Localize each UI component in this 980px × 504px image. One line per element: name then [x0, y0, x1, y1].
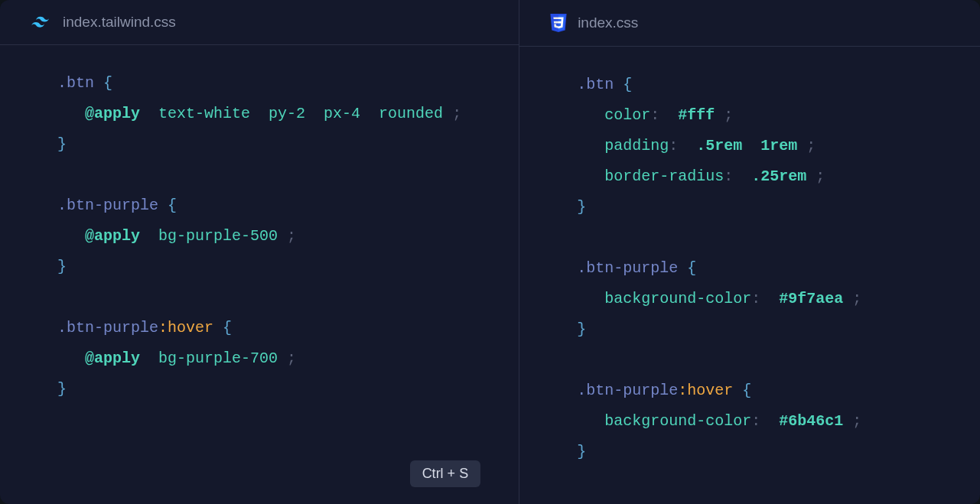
semicolon: ; [806, 137, 816, 154]
selector: .btn-purple [577, 259, 678, 277]
value: .5rem 1rem [696, 137, 797, 154]
semicolon: ; [287, 350, 296, 367]
editor-split-view: index.tailwind.css .btn { @apply text-wh… [0, 0, 980, 504]
apply-directive: @apply [85, 350, 140, 367]
code-left[interactable]: .btn { @apply text-white py-2 px-4 round… [0, 45, 519, 428]
value: #9f7aea [779, 290, 843, 307]
value: #6b46c1 [779, 412, 843, 430]
util-list: bg-purple-700 [158, 350, 278, 367]
brace-open: { [168, 197, 177, 214]
property: padding [604, 137, 669, 154]
tab-bar-left[interactable]: index.tailwind.css [0, 0, 519, 45]
brace-open: { [223, 319, 232, 337]
brace-close: } [57, 380, 67, 398]
save-shortcut-badge: Ctrl + S [410, 460, 481, 487]
brace-close: } [577, 443, 586, 460]
util-list: text-white py-2 px-4 rounded [158, 105, 443, 122]
selector: .btn [577, 76, 614, 93]
brace-close: } [57, 258, 67, 275]
selector: .btn-purple [57, 319, 158, 337]
property: color [604, 106, 650, 124]
brace-open: { [623, 76, 632, 93]
semicolon: ; [852, 412, 861, 430]
left-pane: index.tailwind.css .btn { @apply text-wh… [0, 0, 519, 504]
value: .25rem [751, 167, 806, 185]
selector: .btn-purple [577, 382, 678, 399]
brace-open: { [687, 259, 696, 277]
colon: : [724, 167, 733, 185]
selector: .btn [57, 74, 94, 92]
property: background-color [604, 412, 751, 430]
selector: .btn-purple [57, 197, 158, 214]
tab-bar-right[interactable]: index.css [519, 0, 980, 47]
colon: : [669, 137, 678, 154]
property: background-color [604, 290, 751, 307]
semicolon: ; [287, 227, 296, 245]
colon: : [650, 106, 659, 124]
brace-open: { [742, 382, 751, 399]
apply-directive: @apply [85, 105, 140, 122]
property: border-radius [604, 167, 724, 185]
tab-title-right: index.css [578, 15, 638, 31]
semicolon: ; [852, 290, 861, 307]
right-pane: index.css .btn { color: #fff ; padding: … [519, 0, 980, 504]
brace-close: } [577, 320, 586, 338]
tailwind-icon [31, 15, 52, 29]
tab-title-left: index.tailwind.css [63, 14, 176, 31]
semicolon: ; [724, 106, 733, 124]
semicolon: ; [816, 167, 825, 185]
semicolon: ; [452, 105, 461, 122]
code-right[interactable]: .btn { color: #fff ; padding: .5rem 1rem… [519, 47, 980, 490]
apply-directive: @apply [85, 227, 140, 245]
util-list: bg-purple-500 [158, 227, 278, 245]
brace-close: } [577, 198, 586, 216]
value: #fff [678, 106, 715, 124]
colon: : [751, 290, 760, 307]
pseudo: :hover [158, 319, 213, 337]
pseudo: :hover [678, 382, 733, 399]
brace-close: } [57, 135, 67, 153]
css3-icon [550, 14, 567, 32]
brace-open: { [103, 74, 112, 92]
colon: : [751, 412, 760, 430]
